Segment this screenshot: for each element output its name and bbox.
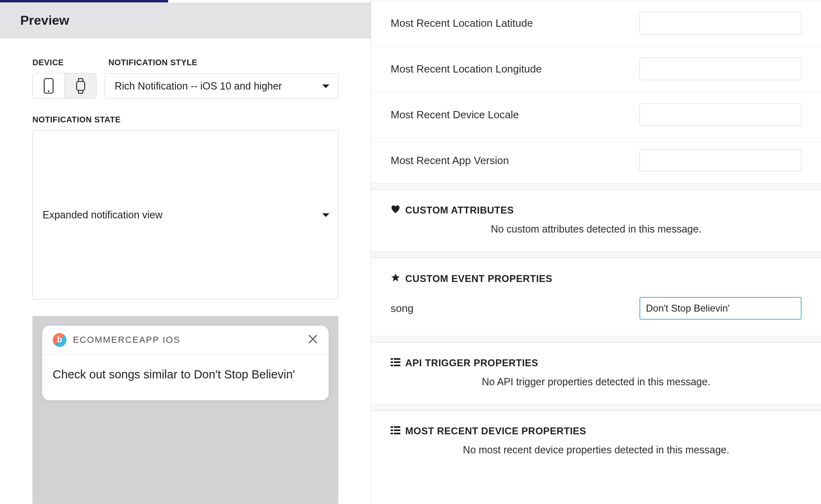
notification-state-value: Expanded notification view: [43, 209, 162, 221]
heart-icon: [391, 205, 400, 216]
svg-rect-11: [391, 429, 393, 431]
svg-point-1: [48, 90, 49, 92]
custom-event-properties-section: CUSTOM EVENT PROPERTIES song: [371, 258, 821, 336]
device-phone-button[interactable]: [33, 73, 64, 98]
field-row-latitude: Most Recent Location Latitude: [371, 0, 821, 46]
device-label: DEVICE: [32, 58, 64, 67]
device-watch-button[interactable]: [64, 73, 96, 98]
svg-rect-2: [77, 81, 85, 90]
list-icon: [391, 425, 400, 437]
custom-attributes-empty: No custom attributes detected in this me…: [391, 223, 802, 235]
field-row-app-version: Most Recent App Version: [371, 138, 821, 183]
preview-panel: Preview DEVICE NOTIFICATION STYLE: [0, 0, 371, 504]
device-toggle: [32, 73, 96, 99]
device-properties-title: MOST RECENT DEVICE PROPERTIES: [405, 425, 586, 437]
app-version-input[interactable]: [639, 149, 802, 172]
field-label: Most Recent App Version: [391, 154, 509, 167]
divider: [371, 183, 821, 190]
svg-rect-14: [394, 433, 400, 434]
svg-rect-5: [391, 361, 393, 363]
svg-rect-3: [391, 358, 393, 360]
preview-title-bar: Preview: [0, 2, 371, 38]
list-icon: [391, 357, 400, 369]
svg-rect-13: [391, 433, 393, 434]
app-logo-icon: b: [53, 333, 66, 347]
chevron-down-icon: [322, 80, 330, 92]
custom-attributes-section: CUSTOM ATTRIBUTES No custom attributes d…: [371, 190, 821, 251]
field-label: Most Recent Location Longitude: [391, 63, 542, 75]
svg-rect-12: [394, 429, 400, 431]
divider: [371, 404, 821, 410]
notification-preview-area: b ECOMMERCEAPP IOS Check out songs simil…: [32, 316, 338, 504]
notification-body-text: Check out songs similar to Don't Stop Be…: [42, 355, 329, 400]
notification-card: b ECOMMERCEAPP IOS Check out songs simil…: [42, 326, 329, 400]
custom-event-properties-title: CUSTOM EVENT PROPERTIES: [405, 273, 552, 284]
notification-state-select[interactable]: Expanded notification view: [32, 130, 338, 300]
custom-attributes-title: CUSTOM ATTRIBUTES: [405, 205, 514, 216]
latitude-input[interactable]: [639, 12, 802, 34]
svg-rect-4: [394, 358, 400, 360]
phone-icon: [43, 78, 54, 94]
svg-rect-10: [394, 426, 400, 428]
chevron-down-icon: [322, 209, 330, 221]
star-icon: [391, 273, 400, 285]
event-property-row: song: [391, 297, 802, 320]
longitude-input[interactable]: [639, 58, 802, 80]
api-trigger-title: API TRIGGER PROPERTIES: [405, 357, 538, 369]
device-properties-section: MOST RECENT DEVICE PROPERTIES No most re…: [371, 410, 821, 472]
field-row-longitude: Most Recent Location Longitude: [371, 46, 821, 92]
api-trigger-section: API TRIGGER PROPERTIES No API trigger pr…: [371, 342, 821, 404]
notification-state-label: NOTIFICATION STATE: [32, 115, 338, 124]
notification-app-name: ECOMMERCEAPP IOS: [73, 335, 180, 345]
field-row-locale: Most Recent Device Locale: [371, 92, 821, 138]
properties-panel: Most Recent Location Latitude Most Recen…: [371, 0, 821, 504]
watch-icon: [75, 78, 86, 94]
field-label: Most Recent Device Locale: [391, 109, 519, 121]
notification-style-value: Rich Notification -- iOS 10 and higher: [115, 80, 282, 92]
field-label: Most Recent Location Latitude: [391, 17, 533, 30]
device-properties-empty: No most recent device properties detecte…: [391, 444, 802, 456]
svg-rect-6: [394, 361, 400, 363]
svg-rect-7: [391, 365, 393, 366]
locale-input[interactable]: [639, 103, 802, 126]
song-input[interactable]: [639, 297, 802, 320]
notification-style-label: NOTIFICATION STYLE: [108, 58, 197, 67]
preview-title: Preview: [20, 13, 351, 28]
api-trigger-empty: No API trigger properties detected in th…: [391, 376, 802, 388]
notification-style-select[interactable]: Rich Notification -- iOS 10 and higher: [105, 73, 338, 98]
divider: [371, 336, 821, 342]
divider: [371, 251, 821, 258]
event-property-key: song: [391, 302, 413, 315]
svg-rect-9: [391, 426, 393, 428]
close-icon[interactable]: [308, 334, 318, 346]
svg-rect-8: [394, 365, 400, 366]
